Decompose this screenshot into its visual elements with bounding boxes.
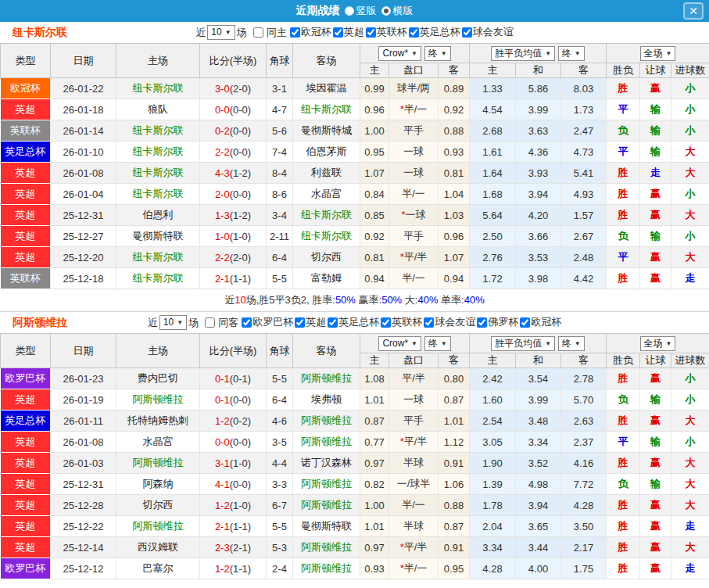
result-cell: 负 [607,474,640,495]
handicap-result-cell: 赢 [640,268,671,289]
league-label: 欧冠杯 [301,25,331,39]
asian-away-odds: 0.88 [439,495,470,516]
league-checkbox-item[interactable]: 欧冠杯 [518,315,561,329]
league-checkbox[interactable] [409,27,419,38]
match-score: 2-2(0-0) [200,142,267,163]
match-row: 英超 26-01-08 纽卡斯尔联 4-3(1-2) 8-4 利兹联 1.07 … [1,163,709,184]
asian-handicap: 平手 [389,120,439,142]
league-checkbox[interactable] [424,317,434,328]
same-home-checkbox[interactable] [253,27,263,38]
league-checkbox[interactable] [477,317,487,328]
corner-score: 5-6 [267,120,293,142]
league-checkbox-item[interactable]: 英足总杯 [326,315,379,329]
away-team: 阿斯顿维拉 [293,537,360,558]
halftime-score: (1-0) [230,231,251,242]
sub-handicap: 盘口 [389,63,439,78]
euro-draw-odds: 3.66 [516,226,561,247]
asian-handicap: 半/一 [389,184,439,205]
league-checkbox-item[interactable]: 英超 [293,315,326,329]
col-home: 主场 [116,334,200,368]
match-type-badge: 欧冠杯 [1,78,51,99]
corner-score: 3-4 [267,205,293,226]
corner-score: 4-6 [267,411,293,432]
euro-home-odds: 2.54 [470,411,516,432]
handicap-value: 平手 [403,230,424,242]
fulltime-score: 4-3 [215,167,230,179]
halftime-score: (2-0) [230,83,251,95]
euro-home-odds: 1.72 [470,268,516,289]
match-row: 英足总杯 26-01-11 托特纳姆热刺 1-2(0-2) 4-6 阿斯顿维拉 … [1,411,709,432]
odds-stage-select[interactable]: 终▼ [424,46,451,61]
asian-odds-header: Crow*▼ 终▼ [360,334,470,353]
league-checkbox[interactable] [462,27,472,38]
corner-score: 5-5 [267,516,293,537]
scope-select[interactable]: 全场▼ [640,46,676,61]
avg-odds-select[interactable]: 胜平负均值▼ [491,336,555,351]
bookmaker-select[interactable]: Crow*▼ [378,46,421,61]
asian-home-odds: 1.01 [360,516,389,537]
league-checkbox-item[interactable]: 英超 [331,25,364,39]
match-score: 0-0(0-0) [200,432,267,453]
scope-select[interactable]: 全场▼ [640,336,676,351]
match-date: 26-01-22 [51,78,116,99]
col-corner: 角球 [267,334,293,368]
radio-horizontal-label[interactable]: 横版 [393,4,414,18]
league-checkbox[interactable] [295,317,305,328]
match-count-select[interactable]: 10▼ [159,315,187,330]
league-checkbox-item[interactable]: 英足总杯 [407,25,460,39]
league-checkbox[interactable] [290,27,300,38]
league-checkbox[interactable] [333,27,343,38]
asian-handicap: 一球 [389,389,439,411]
match-type-badge: 英超 [1,99,51,120]
away-team: 阿斯顿维拉 [293,411,360,432]
league-checkbox-item[interactable]: 英联杯 [379,315,422,329]
same-away-checkbox[interactable] [205,317,215,328]
match-score: 2-1(1-1) [200,268,267,289]
league-checkbox-item[interactable]: 欧罗巴杯 [240,315,293,329]
match-count-select[interactable]: 10▼ [207,25,235,40]
league-checkbox-item[interactable]: 英联杯 [364,25,407,39]
euro-stage-select[interactable]: 终▼ [558,336,585,351]
handicap-value: 球半/两 [397,82,431,94]
asian-away-odds: 0.95 [439,558,470,579]
radio-horizontal-icon[interactable] [381,6,391,16]
close-icon[interactable]: ✕ [683,2,704,20]
euro-stage-select[interactable]: 终▼ [558,46,585,61]
away-team: 纽卡斯尔联 [293,226,360,247]
league-label: 欧冠杯 [531,315,561,329]
col-date: 日期 [51,334,116,368]
league-checkbox-item[interactable]: 球会友谊 [460,25,514,39]
match-score: 2-1(1-1) [200,516,267,537]
league-label: 英足总杯 [338,315,379,329]
league-checkbox[interactable] [328,317,338,328]
match-score: 2-2(2-0) [200,247,267,268]
goals-result-cell: 小 [671,99,709,120]
league-checkbox[interactable] [366,27,376,38]
corner-score: 8-4 [267,163,293,184]
goals-result-cell: 大 [671,411,709,432]
league-checkbox-item[interactable]: 球会友谊 [422,315,475,329]
euro-away-odds: 4.16 [561,453,607,474]
col-date: 日期 [51,44,116,78]
league-checkbox[interactable] [242,317,252,328]
radio-vertical-layout[interactable]: 竖版 [345,4,377,18]
league-checkbox[interactable] [381,317,391,328]
goals-result-cell: 大 [671,205,709,226]
radio-vertical-label[interactable]: 竖版 [356,4,377,18]
bookmaker-select[interactable]: Crow*▼ [378,336,421,351]
league-filter-group: 欧冠杯英超英联杯英足总杯球会友谊 [288,25,514,40]
match-score: 4-1(0-0) [200,474,267,495]
scope-header: 全场▼ [607,334,709,353]
radio-vertical-icon[interactable] [345,6,354,16]
radio-horizontal-layout[interactable]: 横版 [381,4,414,18]
odds-stage-select[interactable]: 终▼ [424,336,451,351]
league-checkbox-item[interactable]: 佛罗杯 [475,315,518,329]
handicap-value: 平/半 [402,372,425,384]
league-checkbox-item[interactable]: 欧冠杯 [288,25,331,39]
scope-header: 全场▼ [607,44,709,63]
league-checkbox[interactable] [520,317,530,328]
match-row: 英超 26-01-19 阿斯顿维拉 0-1(0-0) 6-4 埃弗顿 1.01 … [1,389,709,411]
match-score: 0-1(0-1) [200,368,267,389]
away-team: 诺丁汉森林 [293,453,360,474]
avg-odds-select[interactable]: 胜平负均值▼ [491,46,555,61]
